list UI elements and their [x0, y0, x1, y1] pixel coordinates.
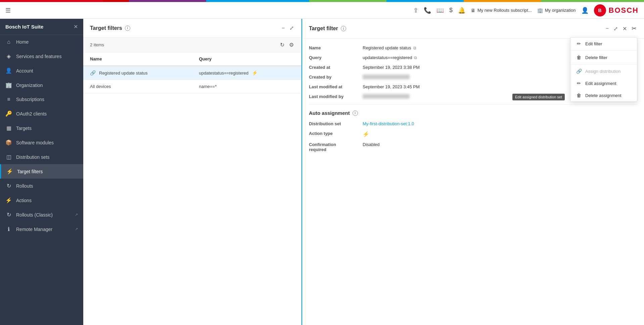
detail-title: Target filter i	[309, 26, 346, 32]
edit-assignment-label: Edit assignment	[585, 81, 616, 86]
action-type-value: ⚡	[363, 131, 637, 137]
detail-maximize-button[interactable]: ⤢	[613, 25, 618, 33]
flash-icon[interactable]: ⚡	[252, 70, 258, 76]
sidebar-item-label: Targets	[16, 126, 78, 131]
distribution-set-label: Distribution set	[309, 121, 363, 126]
organization-info[interactable]: 🏢 My organization	[537, 8, 576, 13]
edit-filter-label: Edit filter	[585, 41, 602, 46]
table-header-row: Name Query	[83, 52, 301, 66]
targets-icon: ▦	[5, 125, 12, 131]
query-label: Query	[309, 55, 363, 60]
sidebar-item-rollouts-classic[interactable]: ↻ Rollouts (Classic) ↗	[0, 207, 83, 222]
sidebar-item-label: Distribution sets	[16, 154, 78, 160]
user-icon[interactable]: 👤	[581, 7, 589, 14]
sidebar-item-actions[interactable]: ⚡ Actions	[0, 193, 83, 207]
distribution-set-row: Distribution set My-first-distribution-s…	[309, 121, 637, 126]
created-at-value-text: September 19, 2023 3:38 PM	[363, 65, 420, 70]
subscription-icon: 🖥	[471, 8, 475, 13]
maximize-panel-button[interactable]: ⤢	[289, 24, 294, 32]
bosch-logo-text: BOSCH	[609, 6, 639, 15]
edit-assignment-icon: ✏	[576, 81, 582, 86]
sidebar-close-button[interactable]: ✕	[74, 24, 78, 30]
menu-icon[interactable]: ☰	[5, 7, 11, 14]
detail-minimize-button[interactable]: −	[605, 25, 609, 32]
sidebar-item-rollouts[interactable]: ↻ Rollouts	[0, 179, 83, 193]
sidebar-item-organization[interactable]: 🏢 Organization	[0, 78, 83, 92]
distribution-set-link[interactable]: My-first-distribution-set:1.0	[363, 121, 414, 126]
detail-close-button[interactable]: ✕	[622, 25, 628, 33]
row-query-cell: name==*	[192, 80, 302, 93]
auto-assignment-info-icon[interactable]: i	[353, 110, 358, 116]
action-type-row: Action type ⚡	[309, 131, 637, 137]
filter-name: All devices	[90, 84, 111, 89]
delete-filter-menu-item[interactable]: 🗑 Delete filter	[570, 51, 637, 63]
actions-icon: ⚡	[5, 197, 12, 203]
sidebar-item-targets[interactable]: ▦ Targets	[0, 121, 83, 135]
services-icon: ◈	[5, 53, 12, 59]
info-icon[interactable]: i	[125, 26, 130, 31]
bell-icon[interactable]: 🔔	[458, 7, 465, 14]
table-row[interactable]: 🔗 Registered update status updatestatus=…	[83, 66, 301, 80]
col-query[interactable]: Query	[192, 52, 302, 66]
row-query-cell: updatestatus==registered ⚡	[192, 66, 302, 80]
confirmation-required-text: Disabled	[363, 142, 380, 147]
delete-filter-icon: 🗑	[576, 55, 582, 60]
assign-distribution-icon: 🔗	[576, 68, 582, 74]
settings-button[interactable]: ⚙	[288, 41, 294, 49]
sidebar-item-remote-manager[interactable]: ℹ Remote Manager ↗	[0, 222, 83, 236]
edit-assignment-menu-item[interactable]: ✏ Edit assignment	[570, 77, 637, 89]
sidebar-item-home[interactable]: ⌂ Home	[0, 35, 83, 49]
sidebar-item-account[interactable]: 👤 Account	[0, 63, 83, 78]
bosch-logo-circle: B	[594, 4, 606, 16]
sidebar-item-label: Software modules	[16, 140, 78, 145]
table-row[interactable]: All devices name==*	[83, 80, 301, 93]
copy-name-icon[interactable]: ⧉	[413, 46, 416, 50]
sidebar-item-subscriptions[interactable]: ≡ Subscriptions	[0, 92, 83, 106]
sidebar-item-label: Rollouts	[16, 183, 78, 189]
delete-assignment-menu-item[interactable]: 🗑 Delete assignment	[570, 89, 637, 101]
panel-toolbar: 2 items ↻ ⚙	[83, 38, 301, 52]
software-icon: 📦	[5, 139, 12, 146]
edit-filter-icon: ✏	[576, 41, 582, 46]
panel-title-actions: − ⤢	[281, 24, 294, 32]
sidebar-item-label: Actions	[16, 198, 78, 203]
subscription-info[interactable]: 🖥 My new Rollouts subscript...	[471, 8, 532, 13]
copy-query-icon[interactable]: ⧉	[414, 55, 417, 60]
scissors-button[interactable]: ✂	[631, 24, 637, 33]
share-icon[interactable]: ⇪	[413, 7, 418, 14]
sidebar-item-label: Home	[16, 39, 78, 45]
external-link-icon: ↗	[75, 227, 78, 231]
auto-assignment-text: Auto assignment	[309, 110, 350, 116]
minimize-panel-button[interactable]: −	[281, 24, 285, 32]
sidebar-item-services-features[interactable]: ◈ Services and features	[0, 49, 83, 63]
col-name[interactable]: Name	[83, 52, 192, 66]
created-by-blurred	[363, 75, 410, 79]
refresh-button[interactable]: ↻	[279, 41, 285, 49]
dollar-icon[interactable]: $	[449, 7, 453, 14]
distribution-set-value: My-first-distribution-set:1.0	[363, 121, 637, 126]
phone-icon[interactable]: 📞	[424, 7, 431, 14]
sidebar-item-target-filters[interactable]: ⚡ Target filters	[0, 164, 83, 179]
target-filters-panel: Target filters i − ⤢ 2 items ↻ ⚙	[83, 19, 302, 325]
toolbar-icons: ↻ ⚙	[279, 41, 294, 49]
sidebar-item-software-modules[interactable]: 📦 Software modules	[0, 135, 83, 150]
sidebar: Bosch IoT Suite ✕ ⌂ Home ◈ Services and …	[0, 19, 83, 325]
divider	[309, 104, 637, 105]
book-icon[interactable]: 📖	[436, 7, 444, 14]
org-icon: 🏢	[537, 8, 543, 13]
last-modified-by-blurred	[363, 94, 410, 99]
panel-title: Target filters i	[90, 25, 130, 31]
sidebar-item-oauth2[interactable]: 🔑 OAuth2 clients	[0, 106, 83, 121]
detail-info-icon[interactable]: i	[341, 26, 346, 31]
link-icon: 🔗	[90, 70, 96, 76]
name-label: Name	[309, 45, 363, 50]
rollouts-classic-icon: ↻	[5, 212, 12, 218]
edit-filter-menu-item[interactable]: ✏ Edit filter	[570, 38, 637, 50]
last-modified-at-label: Last modified at	[309, 84, 363, 89]
oauth2-icon: 🔑	[5, 110, 12, 117]
confirmation-required-row: Confirmationrequired Disabled	[309, 142, 637, 152]
content-area: Target filters i − ⤢ 2 items ↻ ⚙	[83, 19, 644, 325]
org-nav-icon: 🏢	[5, 82, 12, 88]
detail-panel: Target filter i − ⤢ ✕ ✂ Name Registered …	[302, 19, 644, 325]
sidebar-item-distribution-sets[interactable]: ◫ Distribution sets	[0, 150, 83, 164]
